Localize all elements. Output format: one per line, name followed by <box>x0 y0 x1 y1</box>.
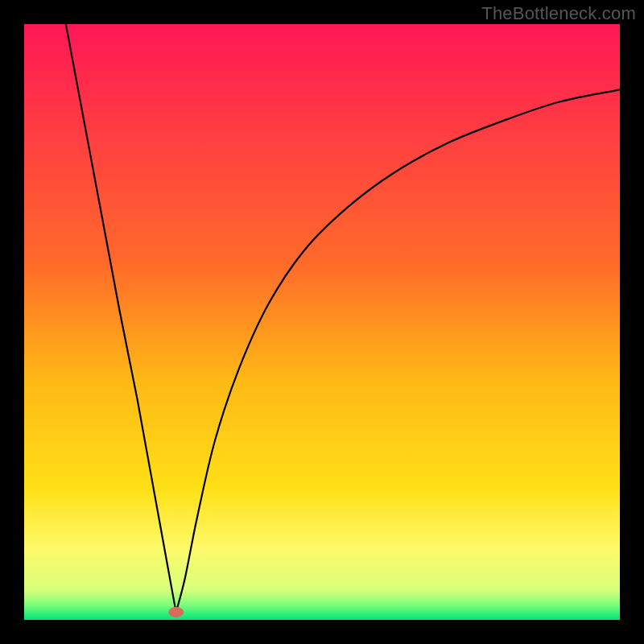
chart-frame: TheBottleneck.com <box>0 0 644 644</box>
chart-svg <box>24 24 620 620</box>
watermark-text: TheBottleneck.com <box>481 3 636 24</box>
plot-area <box>24 24 620 620</box>
minimum-marker <box>169 607 184 617</box>
gradient-background <box>24 24 620 620</box>
